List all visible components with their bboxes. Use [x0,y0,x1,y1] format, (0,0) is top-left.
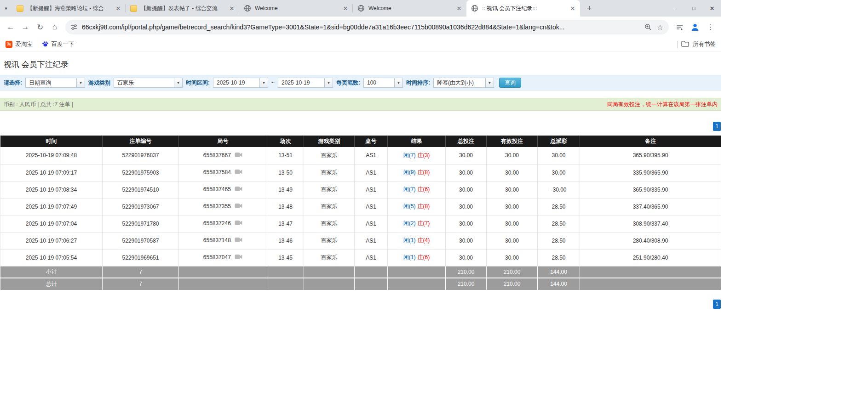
address-bar[interactable]: 66cxkj98.com/ipl/portal.php/game/betreco… [65,20,669,34]
media-playlist-icon[interactable] [673,20,686,34]
tab-bet-record[interactable]: :::视讯 会员下注纪录::: ✕ [466,0,580,17]
bookmark-star-icon[interactable]: ☆ [656,23,664,31]
forward-button[interactable]: → [18,20,32,34]
tab-search-chevron-icon[interactable]: ▾ [0,0,12,17]
cell-note: 308.90/337.40 [580,215,721,232]
cell-total-bet[interactable]: 30.00 [446,232,487,249]
page-size-select[interactable]: 100 ▼ [363,78,403,88]
cell-valid-bet: 30.00 [487,249,538,266]
cell-payout: 30.00 [538,164,580,181]
table-row: 2025-10-19 07:08:34 522901974510 6558374… [0,181,721,198]
query-type-select[interactable]: 日期查询 ▼ [25,78,85,88]
menu-dots-icon[interactable]: ⋮ [704,20,718,34]
cell-total-bet[interactable]: 30.00 [446,147,487,164]
cell-payout: 28.50 [538,249,580,266]
video-replay-icon[interactable] [235,203,242,210]
time-range-label: 时间区间: [186,79,210,87]
col-bet-id: 注单编号 [103,136,179,147]
video-replay-icon[interactable] [235,237,242,244]
page-1-button[interactable]: 1 [713,300,721,309]
query-button[interactable]: 查询 [499,78,521,88]
chevron-down-icon[interactable]: ▼ [324,78,333,87]
subtotal-total-bet: 210.00 [446,266,487,278]
page-1-button[interactable]: 1 [713,122,721,131]
close-button[interactable]: ✕ [703,0,721,17]
tab-forum-2[interactable]: 【新提醒】发表帖子 - 综合交流 ✕ [126,0,239,17]
bookmarks-bar: 淘 爱淘宝 百度一下 所有书签 [0,38,721,51]
chevron-down-icon[interactable]: ▼ [174,78,182,87]
tab-strip: ▾ 【新提醒】海燕策略论坛 - 综合 ✕ 【新提醒】发表帖子 - 综合交流 ✕ … [0,0,721,17]
result-banker: 庄(3) [418,152,430,159]
total-payout: 144.00 [538,278,580,290]
bookmark-label: 百度一下 [52,40,75,48]
result-banker: 庄(8) [418,169,430,176]
result-player: 闲(7) [403,152,416,159]
cell-note: 280.40/308.90 [580,232,721,249]
cell-bet-id: 522901971780 [103,215,179,232]
home-button[interactable]: ⌂ [48,20,62,34]
chevron-down-icon[interactable]: ▼ [259,78,268,87]
chevron-down-icon[interactable]: ▼ [394,78,402,87]
cell-game-type: 百家乐 [304,164,355,181]
bookmark-baidu[interactable]: 百度一下 [42,40,75,49]
tab-welcome-2[interactable]: Welcome ✕ [353,0,466,17]
minimize-button[interactable]: – [666,0,684,17]
new-tab-button[interactable]: + [583,2,596,15]
bookmark-aitaobao[interactable]: 淘 爱淘宝 [6,40,33,48]
globe-favicon-icon [357,5,365,12]
col-time: 时间 [0,136,103,147]
tab-close-icon[interactable]: ✕ [342,5,349,12]
profile-avatar-icon[interactable] [688,20,702,34]
maximize-button[interactable]: □ [684,0,703,17]
game-type-select[interactable]: 百家乐 ▼ [114,78,183,88]
round-number: 655837047 [203,254,231,261]
cell-empty [304,266,355,278]
cell-result: 闲(7)庄(6) [388,181,446,198]
tab-close-icon[interactable]: ✕ [115,5,122,12]
cell-session: 13-46 [267,232,304,249]
cell-note: 337.40/365.90 [580,198,721,215]
col-total-bet: 总投注 [446,136,487,147]
cell-table-no: AS1 [355,164,388,181]
cell-total-bet[interactable]: 30.00 [446,198,487,215]
chevron-down-icon[interactable]: ▼ [76,78,85,87]
cell-total-bet[interactable]: 30.00 [446,164,487,181]
cell-total-bet[interactable]: 30.00 [446,215,487,232]
video-replay-icon[interactable] [235,254,242,261]
tab-welcome-1[interactable]: Welcome ✕ [239,0,353,17]
cell-game-type: 百家乐 [304,215,355,232]
tab-forum-1[interactable]: 【新提醒】海燕策略论坛 - 综合 ✕ [12,0,126,17]
cell-empty [179,266,267,278]
url-text[interactable]: 66cxkj98.com/ipl/portal.php/game/betreco… [82,23,640,31]
cell-total-bet[interactable]: 30.00 [446,249,487,266]
result-player: 闲(7) [403,186,416,193]
page-favicon-icon [17,5,23,12]
video-replay-icon[interactable] [235,152,242,159]
date-from-picker[interactable]: 2025-10-19 ▼ [213,78,268,88]
date-to-picker[interactable]: 2025-10-19 ▼ [278,78,333,88]
cell-bet-id: 522901970587 [103,232,179,249]
tab-close-icon[interactable]: ✕ [455,5,463,12]
cell-total-bet[interactable]: 30.00 [446,181,487,198]
col-table-no: 桌号 [355,136,388,147]
tab-title: :::视讯 会员下注纪录::: [482,5,565,12]
tab-close-icon[interactable]: ✕ [569,5,576,12]
subtotal-label: 小计 [0,266,103,278]
cell-empty [179,278,267,290]
video-replay-icon[interactable] [235,186,242,193]
chevron-down-icon[interactable]: ▼ [485,78,494,87]
cell-round: 655837148 [179,232,267,249]
cell-time: 2025-10-19 07:07:49 [0,198,103,215]
back-button[interactable]: ← [4,20,17,34]
all-bookmarks-label[interactable]: 所有书签 [693,40,716,48]
cell-empty [388,266,446,278]
currency-summary: 币别 : 人民币 | 总共 :7 注单 | [4,101,73,108]
video-replay-icon[interactable] [235,169,242,176]
site-settings-tune-icon[interactable] [70,23,78,31]
reload-button[interactable]: ↻ [33,20,47,34]
sort-select[interactable]: 降幂(由大到小) ▼ [433,78,494,88]
zoom-icon[interactable] [644,23,652,31]
video-replay-icon[interactable] [235,220,242,227]
bookmarks-right: 所有书签 [677,40,716,49]
tab-close-icon[interactable]: ✕ [228,5,236,12]
